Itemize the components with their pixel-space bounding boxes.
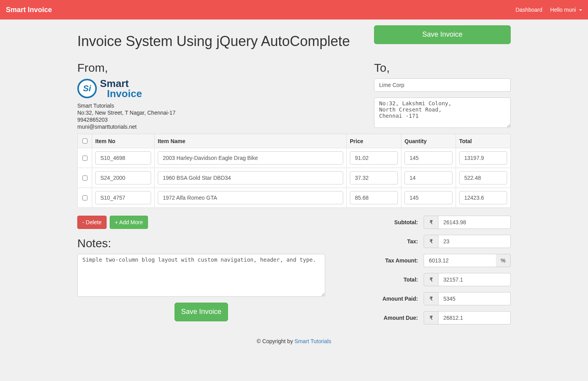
- items-table: Item No Item Name Price Quantity Total: [77, 134, 511, 208]
- nav-user-dropdown[interactable]: Hello muni: [550, 7, 582, 13]
- row-checkbox[interactable]: [82, 156, 87, 161]
- navbar-nav: Dashboard Hello muni: [515, 7, 582, 13]
- total-input[interactable]: [459, 191, 507, 204]
- row-checkbox[interactable]: [82, 175, 87, 181]
- delete-button[interactable]: - Delete: [77, 216, 107, 229]
- header-quantity: Quantity: [401, 134, 456, 148]
- total-label: Total:: [337, 276, 424, 283]
- add-more-button[interactable]: + Add More: [110, 216, 148, 229]
- nav-user-label: Hello muni: [550, 7, 576, 13]
- currency-icon: ₹: [424, 273, 438, 286]
- table-row: [78, 148, 511, 168]
- save-invoice-button-bottom[interactable]: Save Invoice: [175, 303, 228, 321]
- logo-icon: Si: [77, 79, 97, 98]
- item-name-input[interactable]: [158, 151, 343, 165]
- subtotal-input[interactable]: [438, 216, 510, 229]
- tax-amount-input[interactable]: [424, 254, 495, 267]
- from-phone: 9942865203: [77, 117, 362, 123]
- caret-down-icon: [579, 9, 582, 11]
- amount-paid-label: Amount Paid:: [337, 296, 424, 302]
- total-input[interactable]: [459, 151, 507, 165]
- quantity-input[interactable]: [404, 151, 453, 165]
- header-checkbox-cell: [78, 134, 92, 148]
- table-row: [78, 168, 511, 188]
- tax-label: Tax:: [337, 238, 424, 245]
- footer: © Copyright by Smart Tutorials: [77, 330, 511, 352]
- currency-icon: ₹: [424, 235, 438, 248]
- tax-amount-label: Tax Amount:: [337, 257, 424, 264]
- totals-panel: Subtotal: ₹ Tax: ₹ Tax Amount:: [337, 216, 511, 324]
- logo-text: Smart Invoice: [100, 78, 142, 99]
- header-total: Total: [456, 134, 511, 148]
- to-heading: To,: [374, 61, 511, 74]
- price-input[interactable]: [350, 171, 398, 184]
- amount-due-input[interactable]: [438, 311, 510, 324]
- item-no-input[interactable]: [95, 191, 151, 204]
- save-invoice-button-top[interactable]: Save Invoice: [374, 25, 511, 44]
- total-input[interactable]: [438, 273, 510, 286]
- footer-prefix: © Copyright by: [257, 338, 295, 344]
- notes-heading: Notes:: [77, 237, 325, 250]
- client-name-input[interactable]: [374, 78, 511, 92]
- from-info: Smart Tutorials No:32, New Street, T Nag…: [77, 103, 362, 130]
- subtotal-label: Subtotal:: [337, 219, 424, 225]
- header-item-name: Item Name: [155, 134, 347, 148]
- row-checkbox[interactable]: [82, 195, 87, 200]
- quantity-input[interactable]: [404, 191, 453, 204]
- footer-link[interactable]: Smart Tutorials: [294, 338, 331, 344]
- from-address: No:32, New Street, T Nagar, Chennai-17: [77, 110, 362, 116]
- item-name-input[interactable]: [158, 171, 343, 184]
- item-name-input[interactable]: [158, 191, 343, 204]
- price-input[interactable]: [350, 151, 398, 165]
- select-all-checkbox[interactable]: [82, 138, 87, 144]
- currency-icon: ₹: [424, 292, 438, 305]
- header-price: Price: [347, 134, 401, 148]
- nav-dashboard-link[interactable]: Dashboard: [515, 7, 542, 13]
- from-email: muni@smarttutorials.net: [77, 124, 362, 130]
- amount-paid-input[interactable]: [438, 292, 510, 305]
- header-item-no: Item No: [92, 134, 155, 148]
- percent-icon: %: [496, 254, 511, 267]
- from-heading: From,: [77, 61, 362, 74]
- table-row: [78, 188, 511, 208]
- currency-icon: ₹: [424, 311, 438, 324]
- logo-text-bottom: Invoice: [100, 89, 142, 99]
- client-address-input[interactable]: No:32, Lakshmi Colony, North Cresent Roa…: [374, 97, 511, 128]
- navbar-brand[interactable]: Smart Invoice: [6, 6, 52, 14]
- item-no-input[interactable]: [95, 151, 151, 165]
- tax-input[interactable]: [438, 235, 510, 248]
- page-title: Invoice System Using jQuery AutoComplete: [77, 33, 362, 50]
- price-input[interactable]: [350, 191, 398, 204]
- from-company: Smart Tutorials: [77, 103, 362, 109]
- amount-due-label: Amount Due:: [337, 315, 424, 321]
- notes-textarea[interactable]: Simple two-column blog layout with custo…: [77, 254, 325, 297]
- total-input[interactable]: [459, 171, 507, 184]
- quantity-input[interactable]: [404, 171, 453, 184]
- navbar: Smart Invoice Dashboard Hello muni: [0, 0, 588, 19]
- logo-text-top: Smart: [100, 78, 142, 89]
- currency-icon: ₹: [424, 216, 438, 229]
- company-logo: Si Smart Invoice: [77, 78, 362, 99]
- item-no-input[interactable]: [95, 171, 151, 184]
